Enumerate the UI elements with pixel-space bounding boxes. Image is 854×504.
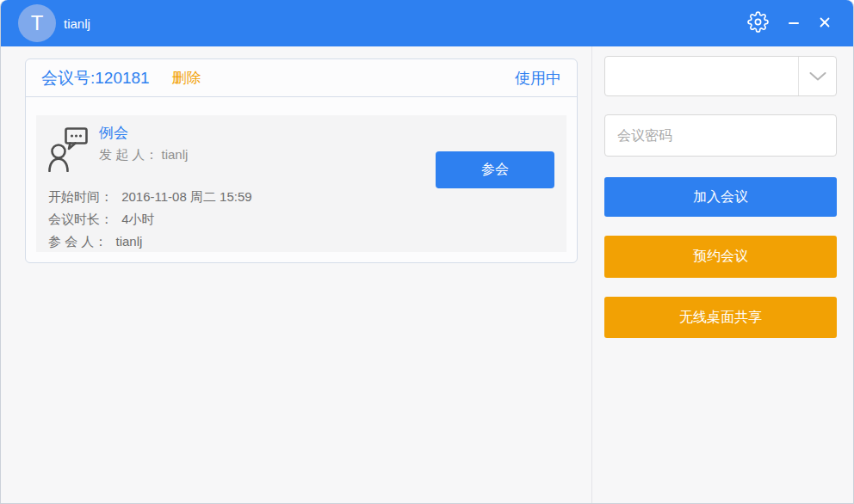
organizer-label: 发 起 人： [99, 147, 158, 162]
minimize-button[interactable] [783, 9, 805, 38]
meeting-title: 例会 [99, 124, 188, 143]
gear-icon [747, 11, 769, 36]
meeting-card-header: 会议号:120181 删除 使用中 [26, 59, 577, 97]
titlebar: T tianlj [1, 0, 853, 46]
app-window: T tianlj [0, 0, 854, 504]
sidebar: 加入会议 预约会议 无线桌面共享 [591, 46, 853, 503]
main-area: 会议号:120181 删除 使用中 [1, 46, 853, 503]
participants-label: 参 会 人： [48, 234, 107, 249]
status-badge: 使用中 [515, 68, 561, 89]
participants-value: tianlj [116, 234, 143, 249]
delete-meeting-link[interactable]: 删除 [172, 68, 201, 88]
participants-row: 参 会 人： tianlj [48, 230, 554, 253]
meeting-list-panel: 会议号:120181 删除 使用中 [1, 46, 591, 503]
duration-row: 会议时长： 4小时 [48, 208, 554, 230]
meeting-card-body: 例会 发 起 人： tianlj 开始时间： 2016-11-08 周二 15:… [26, 97, 577, 262]
avatar[interactable]: T [18, 4, 56, 42]
chevron-down-icon[interactable] [798, 57, 836, 95]
organizer-line: 发 起 人： tianlj [99, 147, 188, 163]
duration-label: 会议时长： [48, 212, 113, 226]
username-label: tianlj [64, 16, 90, 31]
meeting-number-label: 会议号:120181 [41, 67, 150, 89]
start-time-row: 开始时间： 2016-11-08 周二 15:59 [48, 186, 554, 208]
minimize-icon [789, 22, 799, 24]
meeting-card: 会议号:120181 删除 使用中 [25, 58, 578, 263]
duration-value: 4小时 [121, 212, 154, 226]
meeting-password-input[interactable] [604, 114, 837, 157]
attend-meeting-button[interactable]: 参会 [436, 151, 554, 188]
person-chat-icon [48, 127, 88, 175]
meeting-details: 开始时间： 2016-11-08 周二 15:59 会议时长： 4小时 参 会 … [48, 186, 554, 253]
organizer-value: tianlj [162, 147, 189, 162]
join-meeting-button[interactable]: 加入会议 [604, 177, 837, 217]
wireless-desktop-share-button[interactable]: 无线桌面共享 [604, 297, 837, 338]
meeting-list-item: 例会 发 起 人： tianlj 开始时间： 2016-11-08 周二 15:… [36, 115, 566, 252]
meeting-id-dropdown[interactable] [604, 56, 837, 96]
schedule-meeting-button[interactable]: 预约会议 [604, 236, 837, 278]
start-time-value: 2016-11-08 周二 15:59 [121, 189, 252, 204]
close-button[interactable] [814, 9, 836, 38]
start-time-label: 开始时间： [48, 189, 113, 204]
close-icon [820, 15, 830, 31]
settings-button[interactable] [743, 9, 772, 38]
meeting-item-heading: 例会 发 起 人： tianlj [99, 124, 188, 163]
